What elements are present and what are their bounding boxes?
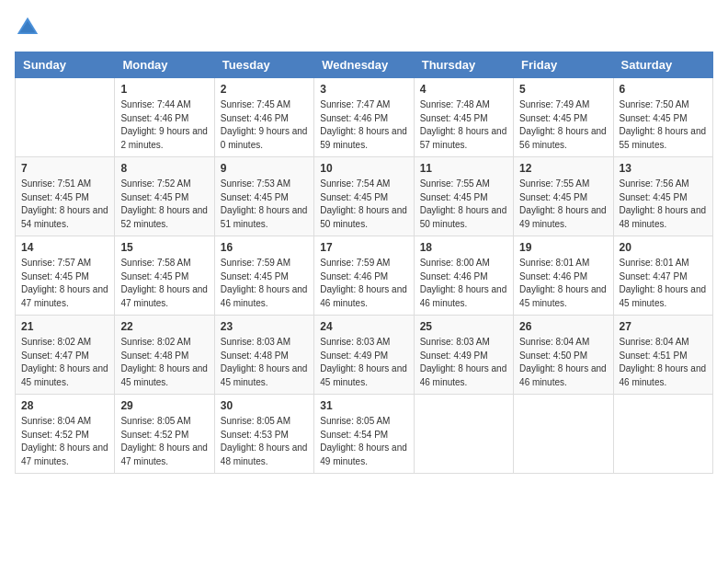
calendar-cell: 27Sunrise: 8:04 AMSunset: 4:51 PMDayligh… xyxy=(613,316,712,395)
cell-content: Sunrise: 7:56 AMSunset: 4:45 PMDaylight:… xyxy=(620,178,707,231)
cell-content: Sunrise: 8:05 AMSunset: 4:54 PMDaylight:… xyxy=(320,415,407,468)
logo xyxy=(15,15,42,40)
calendar-cell: 14Sunrise: 7:57 AMSunset: 4:45 PMDayligh… xyxy=(16,236,115,316)
calendar-cell: 28Sunrise: 8:04 AMSunset: 4:52 PMDayligh… xyxy=(16,395,115,474)
cell-content: Sunrise: 8:03 AMSunset: 4:49 PMDaylight:… xyxy=(420,336,507,389)
calendar-cell: 23Sunrise: 8:03 AMSunset: 4:48 PMDayligh… xyxy=(214,316,313,395)
calendar-cell: 29Sunrise: 8:05 AMSunset: 4:52 PMDayligh… xyxy=(115,395,214,474)
day-number: 2 xyxy=(221,83,308,96)
cell-content: Sunrise: 7:44 AMSunset: 4:46 PMDaylight:… xyxy=(120,98,208,152)
calendar-cell: 20Sunrise: 8:01 AMSunset: 4:47 PMDayligh… xyxy=(613,236,712,316)
day-number: 18 xyxy=(420,241,507,254)
calendar-cell: 8Sunrise: 7:52 AMSunset: 4:45 PMDaylight… xyxy=(115,157,214,236)
day-number: 26 xyxy=(519,320,607,333)
cell-content: Sunrise: 8:01 AMSunset: 4:47 PMDaylight:… xyxy=(620,257,707,310)
day-number: 13 xyxy=(620,162,707,175)
day-number: 19 xyxy=(519,241,607,254)
day-number: 1 xyxy=(120,83,208,96)
calendar-day-header: Monday xyxy=(115,52,214,78)
cell-content: Sunrise: 8:05 AMSunset: 4:52 PMDaylight:… xyxy=(120,415,208,468)
day-number: 15 xyxy=(120,241,208,254)
calendar-cell: 18Sunrise: 8:00 AMSunset: 4:46 PMDayligh… xyxy=(414,236,513,316)
cell-content: Sunrise: 8:04 AMSunset: 4:52 PMDaylight:… xyxy=(21,415,108,468)
calendar-week-row: 28Sunrise: 8:04 AMSunset: 4:52 PMDayligh… xyxy=(16,395,713,474)
logo-icon xyxy=(15,15,40,40)
calendar-cell: 13Sunrise: 7:56 AMSunset: 4:45 PMDayligh… xyxy=(613,157,712,236)
day-number: 3 xyxy=(320,83,407,96)
day-number: 16 xyxy=(221,241,308,254)
day-number: 11 xyxy=(420,162,507,175)
calendar-cell: 12Sunrise: 7:55 AMSunset: 4:45 PMDayligh… xyxy=(514,157,613,236)
calendar-cell: 24Sunrise: 8:03 AMSunset: 4:49 PMDayligh… xyxy=(314,316,414,395)
cell-content: Sunrise: 7:59 AMSunset: 4:46 PMDaylight:… xyxy=(320,257,407,310)
cell-content: Sunrise: 7:47 AMSunset: 4:46 PMDaylight:… xyxy=(320,98,407,152)
cell-content: Sunrise: 8:00 AMSunset: 4:46 PMDaylight:… xyxy=(420,257,507,310)
cell-content: Sunrise: 8:03 AMSunset: 4:49 PMDaylight:… xyxy=(320,336,407,389)
calendar-cell: 10Sunrise: 7:54 AMSunset: 4:45 PMDayligh… xyxy=(314,157,414,236)
cell-content: Sunrise: 7:45 AMSunset: 4:46 PMDaylight:… xyxy=(221,98,308,152)
calendar-cell: 19Sunrise: 8:01 AMSunset: 4:46 PMDayligh… xyxy=(514,236,613,316)
cell-content: Sunrise: 8:03 AMSunset: 4:48 PMDaylight:… xyxy=(221,336,308,389)
calendar-week-row: 1Sunrise: 7:44 AMSunset: 4:46 PMDaylight… xyxy=(16,78,713,157)
day-number: 9 xyxy=(221,162,308,175)
calendar-cell: 21Sunrise: 8:02 AMSunset: 4:47 PMDayligh… xyxy=(16,316,115,395)
cell-content: Sunrise: 7:54 AMSunset: 4:45 PMDaylight:… xyxy=(320,178,407,231)
calendar-day-header: Wednesday xyxy=(314,52,414,78)
calendar-week-row: 7Sunrise: 7:51 AMSunset: 4:45 PMDaylight… xyxy=(16,157,713,236)
calendar-cell: 3Sunrise: 7:47 AMSunset: 4:46 PMDaylight… xyxy=(314,78,414,157)
page-header xyxy=(15,15,713,40)
calendar-week-row: 14Sunrise: 7:57 AMSunset: 4:45 PMDayligh… xyxy=(16,236,713,316)
cell-content: Sunrise: 7:55 AMSunset: 4:45 PMDaylight:… xyxy=(519,178,607,231)
day-number: 28 xyxy=(21,399,108,412)
calendar-cell: 17Sunrise: 7:59 AMSunset: 4:46 PMDayligh… xyxy=(314,236,414,316)
cell-content: Sunrise: 7:49 AMSunset: 4:45 PMDaylight:… xyxy=(519,98,607,152)
calendar-cell: 15Sunrise: 7:58 AMSunset: 4:45 PMDayligh… xyxy=(115,236,214,316)
calendar-cell: 11Sunrise: 7:55 AMSunset: 4:45 PMDayligh… xyxy=(414,157,513,236)
calendar-cell xyxy=(414,395,513,474)
day-number: 14 xyxy=(21,241,108,254)
calendar-day-header: Thursday xyxy=(414,52,513,78)
day-number: 4 xyxy=(420,83,507,96)
cell-content: Sunrise: 7:57 AMSunset: 4:45 PMDaylight:… xyxy=(21,257,108,310)
calendar-day-header: Friday xyxy=(514,52,613,78)
cell-content: Sunrise: 7:53 AMSunset: 4:45 PMDaylight:… xyxy=(221,178,308,231)
day-number: 25 xyxy=(420,320,507,333)
cell-content: Sunrise: 7:48 AMSunset: 4:45 PMDaylight:… xyxy=(420,98,507,152)
cell-content: Sunrise: 7:55 AMSunset: 4:45 PMDaylight:… xyxy=(420,178,507,231)
calendar-day-header: Tuesday xyxy=(214,52,313,78)
day-number: 17 xyxy=(320,241,407,254)
day-number: 22 xyxy=(120,320,208,333)
day-number: 8 xyxy=(120,162,208,175)
calendar-cell: 30Sunrise: 8:05 AMSunset: 4:53 PMDayligh… xyxy=(214,395,313,474)
day-number: 21 xyxy=(21,320,108,333)
calendar-week-row: 21Sunrise: 8:02 AMSunset: 4:47 PMDayligh… xyxy=(16,316,713,395)
cell-content: Sunrise: 8:02 AMSunset: 4:48 PMDaylight:… xyxy=(120,336,208,389)
cell-content: Sunrise: 7:51 AMSunset: 4:45 PMDaylight:… xyxy=(21,178,108,231)
cell-content: Sunrise: 7:52 AMSunset: 4:45 PMDaylight:… xyxy=(120,178,208,231)
calendar-cell: 7Sunrise: 7:51 AMSunset: 4:45 PMDaylight… xyxy=(16,157,115,236)
calendar-header-row: SundayMondayTuesdayWednesdayThursdayFrid… xyxy=(16,52,713,78)
cell-content: Sunrise: 8:04 AMSunset: 4:50 PMDaylight:… xyxy=(519,336,607,389)
calendar-cell: 2Sunrise: 7:45 AMSunset: 4:46 PMDaylight… xyxy=(214,78,313,157)
cell-content: Sunrise: 8:04 AMSunset: 4:51 PMDaylight:… xyxy=(620,336,707,389)
calendar-cell: 25Sunrise: 8:03 AMSunset: 4:49 PMDayligh… xyxy=(414,316,513,395)
day-number: 24 xyxy=(320,320,407,333)
calendar-cell: 31Sunrise: 8:05 AMSunset: 4:54 PMDayligh… xyxy=(314,395,414,474)
day-number: 23 xyxy=(221,320,308,333)
cell-content: Sunrise: 8:01 AMSunset: 4:46 PMDaylight:… xyxy=(519,257,607,310)
calendar-cell xyxy=(16,78,115,157)
day-number: 10 xyxy=(320,162,407,175)
calendar-cell xyxy=(613,395,712,474)
calendar-cell: 16Sunrise: 7:59 AMSunset: 4:45 PMDayligh… xyxy=(214,236,313,316)
cell-content: Sunrise: 7:58 AMSunset: 4:45 PMDaylight:… xyxy=(120,257,208,310)
day-number: 29 xyxy=(120,399,208,412)
calendar-cell: 6Sunrise: 7:50 AMSunset: 4:45 PMDaylight… xyxy=(613,78,712,157)
calendar-cell: 1Sunrise: 7:44 AMSunset: 4:46 PMDaylight… xyxy=(115,78,214,157)
cell-content: Sunrise: 7:50 AMSunset: 4:45 PMDaylight:… xyxy=(620,98,707,152)
calendar-cell xyxy=(514,395,613,474)
day-number: 7 xyxy=(21,162,108,175)
calendar-cell: 5Sunrise: 7:49 AMSunset: 4:45 PMDaylight… xyxy=(514,78,613,157)
day-number: 31 xyxy=(320,399,407,412)
calendar-cell: 26Sunrise: 8:04 AMSunset: 4:50 PMDayligh… xyxy=(514,316,613,395)
day-number: 6 xyxy=(620,83,707,96)
